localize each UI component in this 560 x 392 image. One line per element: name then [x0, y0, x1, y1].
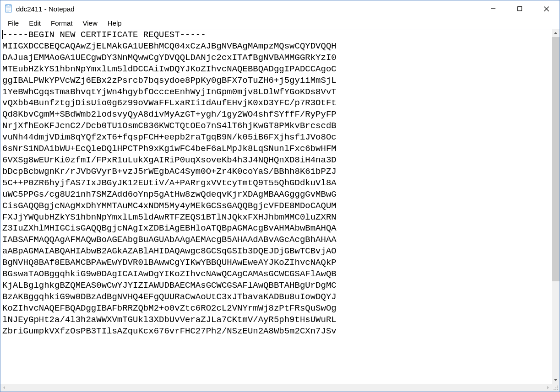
svg-rect-6: [11, 5, 11, 6]
menu-format[interactable]: Format: [46, 18, 77, 28]
menu-file[interactable]: File: [3, 18, 23, 28]
window-title: ddc2411 - Notepad: [16, 5, 75, 13]
menubar: File Edit Format View Help: [0, 17, 560, 29]
notepad-app-icon: [4, 4, 13, 13]
hscroll-track[interactable]: [8, 384, 544, 392]
horizontal-scrollbar[interactable]: [0, 384, 560, 392]
menu-edit[interactable]: Edit: [24, 18, 45, 28]
scroll-right-icon[interactable]: [544, 384, 552, 392]
window-controls: [480, 0, 560, 17]
svg-point-16: [555, 387, 556, 388]
svg-point-17: [557, 387, 558, 388]
notepad-window: ddc2411 - Notepad File Edit Format View …: [0, 0, 560, 392]
client-area: -----BEGIN NEW CERTIFICATE REQUEST----- …: [0, 29, 560, 392]
menu-help[interactable]: Help: [103, 18, 126, 28]
svg-rect-2: [6, 5, 6, 6]
editor-container: -----BEGIN NEW CERTIFICATE REQUEST----- …: [0, 29, 560, 384]
maximize-button[interactable]: [506, 0, 533, 17]
svg-rect-12: [518, 7, 522, 11]
titlebar[interactable]: ddc2411 - Notepad: [0, 0, 560, 17]
svg-point-15: [557, 386, 558, 387]
svg-rect-4: [8, 5, 9, 6]
menu-view[interactable]: View: [78, 18, 102, 28]
vertical-scrollbar[interactable]: [552, 29, 560, 384]
svg-point-18: [554, 389, 555, 390]
svg-rect-5: [10, 5, 10, 6]
scroll-left-icon[interactable]: [0, 384, 8, 392]
scroll-down-icon[interactable]: [552, 376, 560, 384]
svg-point-19: [555, 389, 556, 390]
svg-rect-3: [7, 5, 8, 6]
minimize-button[interactable]: [480, 0, 506, 17]
vscroll-thumb[interactable]: [552, 37, 560, 281]
vscroll-track[interactable]: [552, 37, 560, 376]
scroll-up-icon[interactable]: [552, 29, 560, 37]
text-editor[interactable]: -----BEGIN NEW CERTIFICATE REQUEST----- …: [0, 29, 552, 384]
svg-point-20: [557, 389, 558, 390]
resize-grip-icon[interactable]: [552, 384, 560, 392]
text-caret: [2, 30, 3, 39]
close-button[interactable]: [533, 0, 560, 17]
